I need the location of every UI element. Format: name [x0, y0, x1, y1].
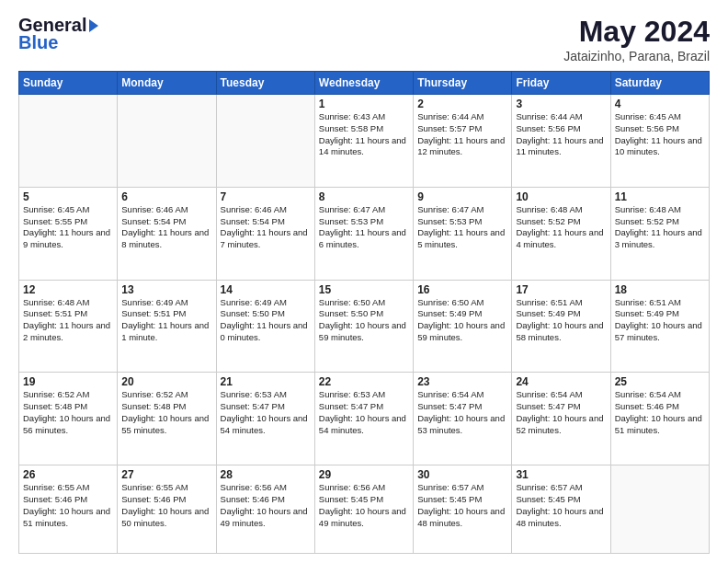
day-info: Sunrise: 6:56 AM Sunset: 5:46 PM Dayligh… — [221, 482, 311, 529]
table-row — [118, 95, 216, 188]
day-number: 29 — [319, 468, 409, 481]
day-info: Sunrise: 6:48 AM Sunset: 5:52 PM Dayligh… — [516, 204, 606, 251]
page: General Blue May 2024 Jataizinho, Parana… — [0, 0, 728, 563]
table-row: 6Sunrise: 6:46 AM Sunset: 5:54 PM Daylig… — [118, 187, 216, 280]
day-number: 30 — [417, 468, 507, 481]
day-number: 27 — [121, 468, 211, 481]
table-row — [610, 465, 709, 554]
day-info: Sunrise: 6:44 AM Sunset: 5:57 PM Dayligh… — [417, 111, 507, 158]
day-number: 31 — [516, 468, 606, 481]
col-friday: Friday — [512, 72, 610, 95]
col-thursday: Thursday — [414, 72, 512, 95]
logo: General Blue — [18, 15, 98, 53]
day-info: Sunrise: 6:51 AM Sunset: 5:49 PM Dayligh… — [615, 297, 705, 344]
day-number: 17 — [516, 283, 606, 296]
day-number: 25 — [615, 375, 705, 388]
day-number: 14 — [221, 283, 311, 296]
logo-triangle-icon — [89, 19, 98, 32]
day-number: 7 — [221, 190, 311, 203]
calendar-week-row: 19Sunrise: 6:52 AM Sunset: 5:48 PM Dayli… — [19, 373, 710, 465]
day-number: 9 — [417, 190, 507, 203]
table-row: 7Sunrise: 6:46 AM Sunset: 5:54 PM Daylig… — [216, 187, 314, 280]
day-number: 22 — [319, 375, 409, 388]
table-row: 5Sunrise: 6:45 AM Sunset: 5:55 PM Daylig… — [19, 187, 118, 280]
day-number: 8 — [319, 190, 409, 203]
day-info: Sunrise: 6:47 AM Sunset: 5:53 PM Dayligh… — [417, 204, 507, 251]
col-tuesday: Tuesday — [216, 72, 314, 95]
table-row: 2Sunrise: 6:44 AM Sunset: 5:57 PM Daylig… — [414, 95, 512, 188]
logo-blue-text: Blue — [18, 32, 58, 53]
day-number: 21 — [221, 375, 311, 388]
day-number: 24 — [516, 375, 606, 388]
day-info: Sunrise: 6:56 AM Sunset: 5:45 PM Dayligh… — [319, 482, 409, 529]
day-number: 15 — [319, 283, 409, 296]
table-row: 28Sunrise: 6:56 AM Sunset: 5:46 PM Dayli… — [216, 465, 314, 554]
table-row: 3Sunrise: 6:44 AM Sunset: 5:56 PM Daylig… — [512, 95, 610, 188]
day-info: Sunrise: 6:57 AM Sunset: 5:45 PM Dayligh… — [417, 482, 507, 529]
table-row: 22Sunrise: 6:53 AM Sunset: 5:47 PM Dayli… — [314, 373, 413, 465]
calendar-week-row: 26Sunrise: 6:55 AM Sunset: 5:46 PM Dayli… — [19, 465, 710, 554]
day-info: Sunrise: 6:54 AM Sunset: 5:47 PM Dayligh… — [516, 389, 606, 436]
table-row: 15Sunrise: 6:50 AM Sunset: 5:50 PM Dayli… — [314, 280, 413, 373]
day-info: Sunrise: 6:43 AM Sunset: 5:58 PM Dayligh… — [319, 111, 409, 158]
table-row: 1Sunrise: 6:43 AM Sunset: 5:58 PM Daylig… — [314, 95, 413, 188]
header: General Blue May 2024 Jataizinho, Parana… — [18, 15, 710, 63]
day-number: 23 — [417, 375, 507, 388]
day-info: Sunrise: 6:48 AM Sunset: 5:51 PM Dayligh… — [23, 297, 113, 344]
table-row: 13Sunrise: 6:49 AM Sunset: 5:51 PM Dayli… — [118, 280, 216, 373]
day-number: 12 — [23, 283, 113, 296]
table-row: 18Sunrise: 6:51 AM Sunset: 5:49 PM Dayli… — [610, 280, 709, 373]
calendar-header-row: Sunday Monday Tuesday Wednesday Thursday… — [19, 72, 710, 95]
day-number: 11 — [615, 190, 705, 203]
day-info: Sunrise: 6:55 AM Sunset: 5:46 PM Dayligh… — [121, 482, 211, 529]
col-sunday: Sunday — [19, 72, 118, 95]
table-row: 10Sunrise: 6:48 AM Sunset: 5:52 PM Dayli… — [512, 187, 610, 280]
table-row: 31Sunrise: 6:57 AM Sunset: 5:45 PM Dayli… — [512, 465, 610, 554]
table-row: 24Sunrise: 6:54 AM Sunset: 5:47 PM Dayli… — [512, 373, 610, 465]
day-info: Sunrise: 6:45 AM Sunset: 5:55 PM Dayligh… — [23, 204, 113, 251]
day-info: Sunrise: 6:44 AM Sunset: 5:56 PM Dayligh… — [516, 111, 606, 158]
month-year: May 2024 — [563, 15, 710, 49]
day-info: Sunrise: 6:49 AM Sunset: 5:51 PM Dayligh… — [121, 297, 211, 344]
day-info: Sunrise: 6:52 AM Sunset: 5:48 PM Dayligh… — [121, 389, 211, 436]
day-info: Sunrise: 6:54 AM Sunset: 5:47 PM Dayligh… — [417, 389, 507, 436]
day-info: Sunrise: 6:50 AM Sunset: 5:50 PM Dayligh… — [319, 297, 409, 344]
table-row: 21Sunrise: 6:53 AM Sunset: 5:47 PM Dayli… — [216, 373, 314, 465]
day-number: 26 — [23, 468, 113, 481]
day-number: 18 — [615, 283, 705, 296]
day-number: 3 — [516, 98, 606, 110]
day-number: 1 — [319, 98, 409, 110]
day-info: Sunrise: 6:47 AM Sunset: 5:53 PM Dayligh… — [319, 204, 409, 251]
table-row: 9Sunrise: 6:47 AM Sunset: 5:53 PM Daylig… — [414, 187, 512, 280]
table-row: 19Sunrise: 6:52 AM Sunset: 5:48 PM Dayli… — [19, 373, 118, 465]
day-info: Sunrise: 6:50 AM Sunset: 5:49 PM Dayligh… — [417, 297, 507, 344]
day-number: 28 — [221, 468, 311, 481]
table-row: 17Sunrise: 6:51 AM Sunset: 5:49 PM Dayli… — [512, 280, 610, 373]
day-number: 4 — [615, 98, 705, 110]
day-info: Sunrise: 6:54 AM Sunset: 5:46 PM Dayligh… — [615, 389, 705, 436]
table-row: 11Sunrise: 6:48 AM Sunset: 5:52 PM Dayli… — [610, 187, 709, 280]
table-row: 25Sunrise: 6:54 AM Sunset: 5:46 PM Dayli… — [610, 373, 709, 465]
col-saturday: Saturday — [610, 72, 709, 95]
table-row: 14Sunrise: 6:49 AM Sunset: 5:50 PM Dayli… — [216, 280, 314, 373]
calendar-week-row: 5Sunrise: 6:45 AM Sunset: 5:55 PM Daylig… — [19, 187, 710, 280]
table-row — [216, 95, 314, 188]
day-info: Sunrise: 6:46 AM Sunset: 5:54 PM Dayligh… — [221, 204, 311, 251]
day-number: 6 — [121, 190, 211, 203]
table-row: 27Sunrise: 6:55 AM Sunset: 5:46 PM Dayli… — [118, 465, 216, 554]
table-row: 26Sunrise: 6:55 AM Sunset: 5:46 PM Dayli… — [19, 465, 118, 554]
calendar-week-row: 12Sunrise: 6:48 AM Sunset: 5:51 PM Dayli… — [19, 280, 710, 373]
table-row: 12Sunrise: 6:48 AM Sunset: 5:51 PM Dayli… — [19, 280, 118, 373]
calendar-table: Sunday Monday Tuesday Wednesday Thursday… — [18, 71, 710, 554]
calendar-week-row: 1Sunrise: 6:43 AM Sunset: 5:58 PM Daylig… — [19, 95, 710, 188]
day-info: Sunrise: 6:48 AM Sunset: 5:52 PM Dayligh… — [615, 204, 705, 251]
day-info: Sunrise: 6:52 AM Sunset: 5:48 PM Dayligh… — [23, 389, 113, 436]
day-number: 10 — [516, 190, 606, 203]
table-row: 4Sunrise: 6:45 AM Sunset: 5:56 PM Daylig… — [610, 95, 709, 188]
day-number: 13 — [121, 283, 211, 296]
table-row: 30Sunrise: 6:57 AM Sunset: 5:45 PM Dayli… — [414, 465, 512, 554]
col-wednesday: Wednesday — [314, 72, 413, 95]
table-row — [19, 95, 118, 188]
table-row: 23Sunrise: 6:54 AM Sunset: 5:47 PM Dayli… — [414, 373, 512, 465]
day-info: Sunrise: 6:55 AM Sunset: 5:46 PM Dayligh… — [23, 482, 113, 529]
